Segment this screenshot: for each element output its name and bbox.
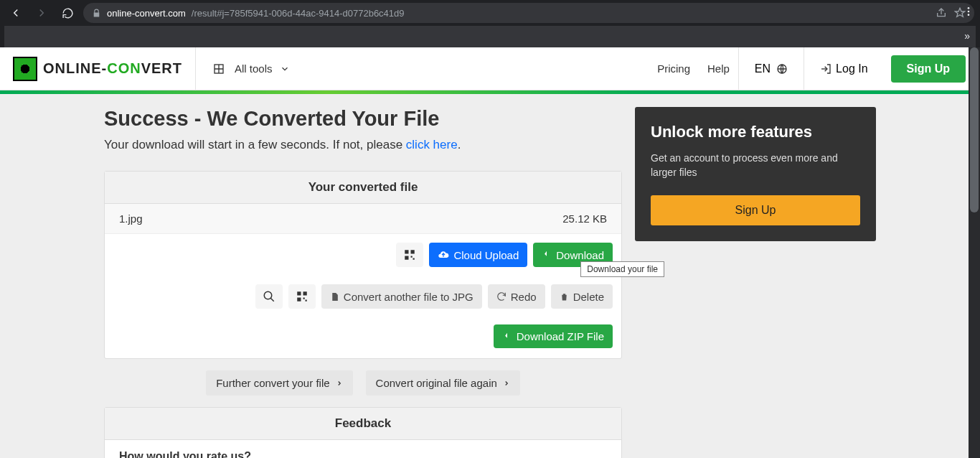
logo[interactable]: ONLINE-CONVERT: [0, 57, 195, 81]
svg-point-0: [968, 7, 970, 9]
svg-rect-7: [405, 256, 409, 260]
help-link[interactable]: Help: [707, 62, 730, 75]
secondary-actions-row: Convert another file to JPG Redo Delete: [105, 276, 621, 317]
logo-part: ONLINE-: [43, 60, 107, 76]
download-icon: [502, 332, 512, 342]
zip-row: Download ZIP File: [105, 317, 621, 358]
unlock-text: Get an account to process even more and …: [651, 151, 860, 179]
site-header: ONLINE-CONVERT All tools Pricing Help EN…: [0, 47, 980, 90]
all-tools-menu[interactable]: All tools: [195, 47, 310, 90]
chip-label: Convert original file again: [376, 377, 497, 389]
browser-toolbar: online-convert.com/result#j=785f5941-006…: [0, 0, 980, 26]
logo-part: CON: [107, 60, 141, 76]
url-path: /result#j=785f5941-006d-44ac-9414-d0772b…: [192, 8, 405, 19]
globe-icon: [776, 63, 788, 75]
login-link[interactable]: Log In: [804, 62, 883, 75]
unlock-signup-button[interactable]: Sign Up: [651, 195, 860, 225]
search-icon: [263, 290, 275, 303]
share-icon[interactable]: [936, 7, 947, 19]
svg-rect-12: [303, 291, 306, 295]
grid-icon: [213, 63, 225, 75]
signup-button[interactable]: Sign Up: [891, 55, 966, 83]
scrollbar-thumb[interactable]: [970, 47, 979, 212]
chevron-down-icon: [280, 64, 290, 74]
page-subtitle: Your download will start in a few second…: [104, 138, 622, 152]
download-zip-label: Download ZIP File: [517, 330, 604, 342]
logo-icon: [13, 57, 37, 81]
file-row: 1.jpg 25.12 KB: [105, 204, 621, 234]
further-convert-chip[interactable]: Further convert your file: [206, 370, 352, 396]
download-label: Download: [556, 249, 604, 261]
converted-file-card: Your converted file 1.jpg 25.12 KB Cloud…: [104, 171, 622, 359]
search-button[interactable]: [255, 284, 283, 309]
svg-point-2: [968, 14, 970, 16]
download-zip-button[interactable]: Download ZIP File: [494, 324, 613, 348]
delete-label: Delete: [573, 291, 604, 303]
file-icon: [330, 292, 339, 302]
cloud-upload-label: Cloud Upload: [453, 249, 519, 261]
svg-rect-15: [305, 300, 306, 302]
subtitle-text: .: [458, 138, 461, 151]
trash-icon: [560, 292, 569, 302]
qr-button-2[interactable]: [288, 284, 316, 309]
pricing-link[interactable]: Pricing: [657, 62, 690, 75]
page-content: ONLINE-CONVERT All tools Pricing Help EN…: [0, 47, 980, 458]
file-name: 1.jpg: [119, 212, 143, 225]
lock-icon: [92, 9, 101, 18]
unlock-title: Unlock more features: [651, 123, 860, 141]
login-label: Log In: [836, 62, 867, 75]
qrcode-icon: [403, 248, 416, 261]
feedback-card: Feedback How would you rate us? Great Go…: [104, 407, 622, 458]
reload-button[interactable]: [57, 3, 77, 23]
qr-button[interactable]: [396, 243, 423, 267]
convert-again-chip[interactable]: Convert original file again: [366, 370, 520, 396]
redo-icon: [496, 291, 507, 302]
back-button[interactable]: [6, 3, 26, 23]
svg-rect-14: [303, 298, 304, 299]
language-label: EN: [755, 62, 771, 75]
logo-text: ONLINE-CONVERT: [43, 60, 182, 77]
delete-button[interactable]: Delete: [551, 284, 613, 309]
feedback-question: How would you rate us?: [105, 440, 621, 458]
download-icon: [542, 250, 552, 260]
svg-rect-6: [411, 250, 415, 253]
cloud-upload-button[interactable]: Cloud Upload: [429, 243, 527, 267]
address-bar[interactable]: online-convert.com/result#j=785f5941-006…: [83, 3, 974, 23]
svg-rect-13: [297, 298, 301, 302]
redo-label: Redo: [511, 291, 537, 303]
svg-rect-5: [405, 250, 409, 253]
qrcode-icon: [296, 290, 308, 303]
feedback-title: Feedback: [105, 408, 621, 440]
page-title: Success - We Converted Your File: [104, 107, 622, 131]
browser-menu-button[interactable]: [963, 6, 974, 17]
forward-button[interactable]: [32, 3, 52, 23]
convert-another-label: Convert another file to JPG: [344, 291, 473, 303]
unlock-panel: Unlock more features Get an account to p…: [635, 107, 876, 241]
logo-part: VERT: [141, 60, 182, 76]
language-selector[interactable]: EN: [738, 47, 804, 90]
svg-rect-8: [411, 256, 413, 258]
file-actions-row: Cloud Upload Download Download your file: [105, 234, 621, 276]
overflow-icon[interactable]: »: [964, 30, 970, 42]
chip-label: Further convert your file: [216, 377, 329, 389]
convert-another-button[interactable]: Convert another file to JPG: [321, 284, 482, 309]
converted-card-title: Your converted file: [105, 172, 621, 204]
bookmarks-bar: »: [4, 26, 976, 47]
login-icon: [820, 63, 831, 75]
svg-rect-9: [413, 258, 415, 260]
subtitle-text: Your download will start in a few second…: [104, 138, 406, 151]
chevron-right-icon: [336, 380, 343, 387]
svg-point-1: [968, 11, 970, 13]
file-size: 25.12 KB: [562, 212, 607, 225]
click-here-link[interactable]: click here: [406, 138, 458, 151]
redo-button[interactable]: Redo: [488, 284, 545, 309]
all-tools-label: All tools: [235, 62, 273, 75]
svg-point-10: [264, 291, 272, 299]
download-tooltip: Download your file: [580, 261, 664, 277]
url-domain: online-convert.com: [107, 8, 186, 19]
svg-rect-11: [297, 291, 301, 295]
further-chips: Further convert your file Convert origin…: [104, 370, 622, 396]
chevron-right-icon: [503, 380, 510, 387]
cloud-upload-icon: [438, 249, 449, 261]
